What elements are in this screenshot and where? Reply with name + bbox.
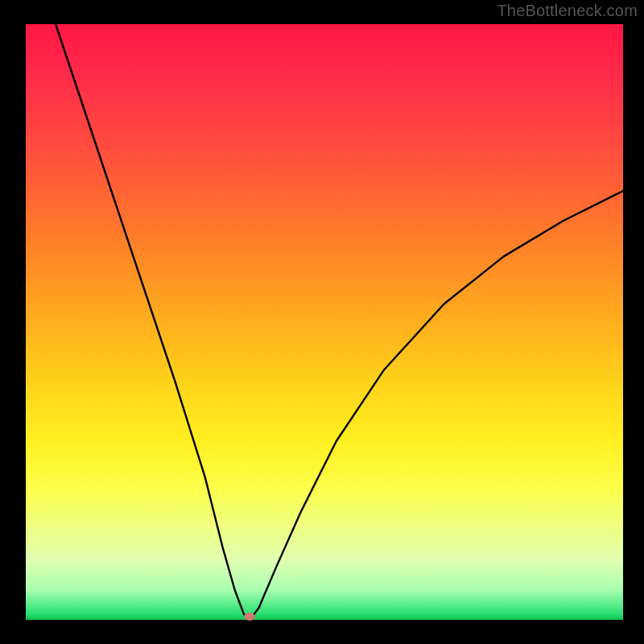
watermark-text: TheBottleneck.com <box>497 2 638 20</box>
bottleneck-curve-path <box>56 24 623 620</box>
curve-svg <box>26 24 623 620</box>
optimal-point-marker <box>244 613 255 621</box>
plot-area <box>26 24 623 620</box>
